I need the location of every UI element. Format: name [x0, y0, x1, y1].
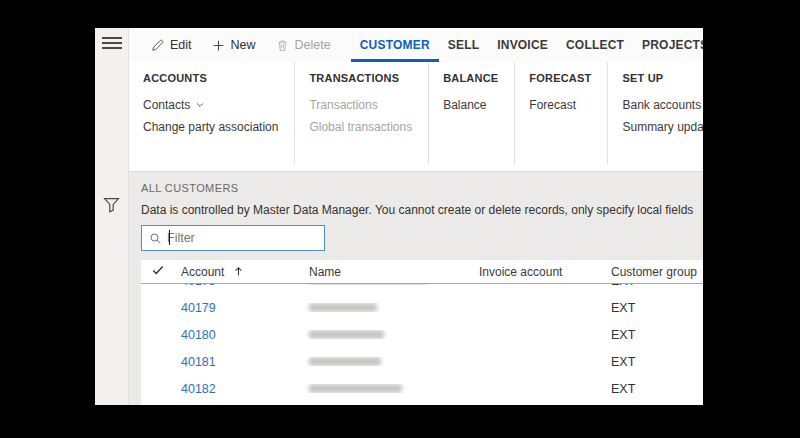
ribbon-item-label: Transactions: [309, 94, 377, 116]
edit-button[interactable]: Edit: [141, 28, 202, 62]
ribbon-group-transactions: TRANSACTIONSTransactionsGlobal transacti…: [294, 62, 428, 164]
chevron-down-icon: [195, 100, 205, 110]
ribbon-group-columns: TransactionsGlobal transactions: [309, 94, 412, 138]
account-link[interactable]: 40178: [181, 284, 216, 288]
filter-box[interactable]: [141, 225, 325, 251]
ribbon-item-label: Forecast: [529, 94, 576, 116]
customer-group-cell: EXT: [605, 284, 703, 288]
select-all-check-icon[interactable]: [141, 263, 175, 280]
ribbon-item-bank-accounts[interactable]: Bank accounts: [622, 94, 703, 116]
ribbon-group-accounts: ACCOUNTSContactsChange party association: [141, 62, 294, 164]
ribbon-item-contacts[interactable]: Contacts: [143, 94, 278, 116]
ribbon-column: Forecast: [529, 94, 576, 116]
ribbon-column: TransactionsGlobal transactions: [309, 94, 412, 138]
table-row: 40403EXT: [141, 402, 703, 405]
ribbon-item-transactions: Transactions: [309, 94, 412, 116]
search-icon: [149, 232, 162, 245]
list-page: ALL CUSTOMERS Data is controlled by Mast…: [129, 172, 703, 405]
button-label: Delete: [295, 38, 331, 52]
customer-name-redacted: [303, 357, 473, 366]
filter-input[interactable]: [162, 231, 332, 245]
ribbon-group-columns: ContactsChange party association: [143, 94, 278, 138]
ribbon-column: Balance: [443, 94, 486, 116]
action-toolbar: EditNewDelete CUSTOMERSELLINVOICECOLLECT…: [129, 28, 703, 62]
ribbon-group-set-up: SET UPBank accountsSummary updateCredit …: [607, 62, 703, 164]
account-link[interactable]: 40181: [181, 355, 216, 369]
ribbon-group-columns: Forecast: [529, 94, 591, 116]
table-row: 40180EXT: [141, 321, 703, 348]
ribbon-group-columns: Balance: [443, 94, 498, 116]
column-header-account[interactable]: Account: [175, 265, 303, 279]
ribbon-item-label: Global transactions: [309, 116, 412, 138]
customer-name-redacted: [303, 384, 473, 393]
table-row: 40178EXT: [141, 284, 703, 294]
pencil-icon: [151, 39, 164, 52]
tab-strip: CUSTOMERSELLINVOICECOLLECTPROJECTSSERVIC…: [351, 28, 703, 62]
button-label: New: [231, 38, 256, 52]
column-header-label: Account: [181, 265, 224, 279]
account-link[interactable]: 40180: [181, 328, 216, 342]
trash-icon: [276, 39, 289, 52]
sort-ascending-icon: [233, 266, 244, 277]
ribbon-item-change-party-association[interactable]: Change party association: [143, 116, 278, 138]
content-column: EditNewDelete CUSTOMERSELLINVOICECOLLECT…: [129, 28, 703, 405]
ribbon-group-balance: BALANCEBalance: [428, 62, 514, 164]
table-row: 40179EXT: [141, 294, 703, 321]
ribbon-item-label: Bank accounts: [622, 94, 701, 116]
ribbon-group-title: FORECAST: [529, 72, 591, 84]
tab-sell[interactable]: SELL: [439, 28, 488, 62]
ribbon-item-summary-update[interactable]: Summary update: [622, 116, 703, 138]
ribbon-item-global-transactions: Global transactions: [309, 116, 412, 138]
customer-name-redacted: [303, 330, 473, 339]
hamburger-menu-icon[interactable]: [102, 37, 122, 51]
ribbon-column: Bank accountsSummary update: [622, 94, 703, 138]
ribbon-group-title: SET UP: [622, 72, 703, 84]
column-header-label: Customer group: [611, 265, 697, 279]
filter-funnel-icon[interactable]: [103, 196, 120, 217]
ribbon-item-label: Change party association: [143, 116, 278, 138]
plus-icon: [212, 39, 225, 52]
column-header-name[interactable]: Name: [303, 265, 473, 279]
tab-projects[interactable]: PROJECTS: [633, 28, 703, 62]
ribbon-item-label: Balance: [443, 94, 486, 116]
ribbon-column: ContactsChange party association: [143, 94, 278, 138]
ribbon-item-balance[interactable]: Balance: [443, 94, 486, 116]
ribbon-group-title: TRANSACTIONS: [309, 72, 412, 84]
customer-group-cell: EXT: [605, 328, 703, 342]
ribbon: ACCOUNTSContactsChange party association…: [129, 62, 703, 172]
table-row: 40181EXT: [141, 348, 703, 375]
column-header-invoice-account[interactable]: Invoice account: [473, 265, 605, 279]
new-button[interactable]: New: [202, 28, 266, 62]
ribbon-group-title: ACCOUNTS: [143, 72, 278, 84]
ribbon-item-forecast[interactable]: Forecast: [529, 94, 576, 116]
account-link[interactable]: 40179: [181, 301, 216, 315]
table-row: 40182EXT: [141, 375, 703, 402]
customer-name-redacted: [303, 284, 473, 285]
page-title: ALL CUSTOMERS: [141, 182, 703, 194]
screenshot-frame: { "colors": { "accent": "#1160b7", "link…: [0, 0, 800, 438]
customer-group-cell: EXT: [605, 355, 703, 369]
table-body: 40178EXT40179EXT40180EXT40181EXT40182EXT…: [141, 284, 703, 405]
button-label: Edit: [170, 38, 192, 52]
tab-invoice[interactable]: INVOICE: [488, 28, 557, 62]
toolbar-buttons: EditNewDelete: [141, 28, 341, 62]
column-header-customer-group[interactable]: Customer group: [605, 265, 703, 279]
column-header-label: Invoice account: [479, 265, 562, 279]
app-window: EditNewDelete CUSTOMERSELLINVOICECOLLECT…: [95, 28, 703, 405]
ribbon-item-label: Contacts: [143, 94, 190, 116]
table-header-row: AccountNameInvoice accountCustomer group: [141, 260, 703, 284]
customer-group-cell: EXT: [605, 301, 703, 315]
ribbon-item-label: Summary update: [622, 116, 703, 138]
ribbon-group-title: BALANCE: [443, 72, 498, 84]
customer-group-cell: EXT: [605, 382, 703, 396]
master-data-notice: Data is controlled by Master Data Manage…: [141, 203, 703, 217]
ribbon-group-columns: Bank accountsSummary updateCredit cardsP…: [622, 94, 703, 138]
column-header-label: Name: [309, 265, 341, 279]
ribbon-group-forecast: FORECASTForecast: [514, 62, 607, 164]
left-rail: [95, 28, 129, 405]
account-link[interactable]: 40182: [181, 382, 216, 396]
tab-customer[interactable]: CUSTOMER: [351, 28, 439, 62]
tab-collect[interactable]: COLLECT: [557, 28, 633, 62]
customer-name-redacted: [303, 303, 473, 312]
text-cursor: [169, 230, 170, 245]
